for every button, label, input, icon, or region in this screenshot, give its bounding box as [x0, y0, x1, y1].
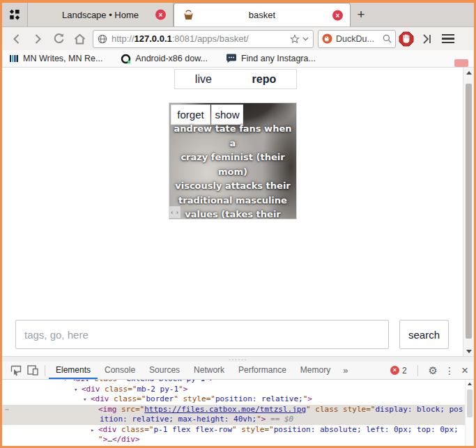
hamburger-icon [442, 34, 454, 44]
tags-search-input[interactable] [15, 320, 389, 349]
bookmark-star-icon[interactable] [290, 34, 300, 44]
inspect-element-button[interactable] [8, 362, 24, 379]
settings-gear-icon[interactable]: ⚙ [429, 364, 438, 377]
code-line[interactable]: ▾<div class="border" style="position: re… [2, 394, 465, 405]
partial-pink-badge [454, 59, 468, 67]
scroll-up-icon[interactable] [463, 68, 474, 77]
code-line[interactable]: ">…</div> [2, 435, 465, 445]
circle-favicon-icon [121, 54, 131, 64]
tab-bar: Landscape • Home × basket × + [2, 3, 474, 26]
elements-panel: ▾<div class="extend block py-1">▾<div cl… [2, 380, 474, 446]
devtools-toolbar: Elements Console Sources Network Perform… [2, 362, 474, 380]
forward-icon [31, 33, 44, 45]
devtools-tab-console[interactable]: Console [98, 362, 142, 379]
sidebar-toggle-button[interactable] [417, 30, 438, 48]
row-ellipsis-icon[interactable]: ⋯ [5, 405, 10, 415]
toolbar-divider [45, 365, 45, 376]
toolbar-divider [417, 365, 418, 376]
collapse-arrow-icon[interactable]: ▸ [91, 445, 98, 447]
device-toolbar-button[interactable] [24, 362, 41, 379]
expand-arrow-icon[interactable]: ▾ [74, 385, 82, 395]
basket-favicon-icon [183, 10, 194, 21]
devtools-close-icon[interactable]: × [461, 364, 468, 378]
bookmark-label: Android-x86 dow... [135, 54, 208, 63]
more-tabs-icon[interactable]: » [337, 365, 353, 376]
reload-icon [52, 32, 66, 45]
bookmark-mn-writes[interactable]: MN Writes, MN Re... [9, 54, 102, 63]
view-mode-tabs: live repo [174, 69, 297, 89]
adblock-button[interactable] [396, 30, 417, 48]
scrollbar-thumb[interactable] [467, 389, 473, 417]
back-icon [10, 33, 23, 45]
main-menu-button[interactable] [438, 30, 459, 48]
devtools-tab-performance[interactable]: Performance [231, 362, 293, 379]
image-card: forget show andrew tate fans when a craz… [169, 102, 297, 219]
scroll-down-icon[interactable] [463, 347, 474, 355]
search-engine-label: DuckDu... [336, 34, 383, 44]
bookmarks-bar: MN Writes, MN Re... Android-x86 dow... F… [2, 50, 474, 68]
error-counter[interactable]: × 2 [390, 366, 407, 376]
site-globe-icon [98, 34, 107, 44]
repo-link[interactable]: repo [252, 73, 277, 86]
navigation-toolbar: http://127.0.0.1:8081/apps/basket/ [2, 26, 474, 50]
devtools-tab-elements[interactable]: Elements [49, 362, 98, 379]
reload-button[interactable] [48, 30, 69, 48]
bookmark-label: MN Writes, MN Re... [23, 54, 102, 63]
code-line[interactable]: ▾<div class="mb-2 py-1"> [2, 385, 465, 395]
tab-title: basket [249, 10, 275, 20]
live-link[interactable]: live [195, 73, 212, 86]
bookmark-find-instagram[interactable]: Find any Instagra... [226, 54, 316, 63]
browser-window: Landscape • Home × basket × + [0, 0, 476, 448]
devtools-tab-memory[interactable]: Memory [293, 362, 337, 379]
devtools-scrollbar[interactable] [465, 380, 474, 446]
code-line[interactable]: ⋯<img src="https://files.catbox.moe/tmtz… [2, 405, 465, 415]
search-engine-bar[interactable]: DuckDu... [318, 30, 396, 48]
duckduckgo-icon [322, 33, 332, 44]
app-grid-icon [9, 9, 20, 20]
devtools-tab-sources[interactable]: Sources [142, 362, 187, 379]
code-line[interactable]: ▸<div class="p-1 flex flex-col" style="p… [2, 445, 465, 447]
tab-landscape-home[interactable]: Landscape • Home × [28, 3, 174, 26]
bookmark-android-x86[interactable]: Android-x86 dow... [121, 54, 208, 64]
kebab-menu-icon[interactable]: ⋮ [445, 365, 454, 376]
expand-sidebar-icon [421, 33, 433, 45]
scrollbar-thumb[interactable] [466, 84, 472, 339]
url-bar[interactable]: http://127.0.0.1:8081/apps/basket/ [93, 30, 314, 48]
code-line[interactable]: ition: relative; max-height: 40vh;"> == … [2, 415, 465, 425]
collapse-arrow-icon[interactable]: ▸ [91, 425, 98, 435]
tab-basket[interactable]: basket × [174, 3, 351, 26]
devtools-tab-network[interactable]: Network [187, 362, 231, 379]
devtools-splitter[interactable]: ······ [2, 356, 474, 362]
url-domain: 127.0.0.1 [135, 33, 172, 44]
tab-close-icon[interactable]: × [332, 10, 343, 20]
stop-hand-icon [399, 31, 414, 47]
error-icon: × [390, 366, 399, 375]
expand-arrow-icon[interactable]: ▾ [83, 394, 91, 405]
scroll-up-icon[interactable] [466, 380, 474, 387]
new-tab-button[interactable]: + [351, 3, 371, 26]
bookmark-label: Find any Instagra... [241, 54, 316, 63]
device-toolbar-icon [27, 365, 38, 376]
home-button[interactable] [69, 30, 90, 48]
tab-title: Landscape • Home [62, 10, 139, 20]
bars-favicon-icon [9, 54, 19, 63]
elements-tree: ▾<div class="extend block py-1">▾<div cl… [2, 380, 465, 446]
tab-close-icon[interactable]: × [155, 10, 166, 20]
search-button[interactable]: search [399, 320, 449, 349]
page-scrollbar[interactable] [463, 68, 474, 356]
app-menu-button[interactable] [2, 3, 28, 26]
image-nav-arrows[interactable]: ‹ › [169, 206, 181, 218]
meme-image: forget show andrew tate fans when a craz… [169, 103, 296, 219]
error-count: 2 [402, 366, 407, 376]
home-icon [73, 33, 86, 45]
inspect-cursor-icon [10, 365, 22, 376]
meme-caption: andrew tate fans when a crazy feminist (… [171, 122, 295, 219]
code-line[interactable]: ▸<div class="p-1 flex flex-row" style="p… [2, 425, 465, 435]
back-button[interactable] [6, 30, 27, 48]
speech-bubble-icon [226, 54, 237, 63]
forward-button[interactable] [27, 30, 48, 48]
magnifier-icon[interactable] [383, 34, 392, 43]
url-dropdown-icon[interactable] [302, 37, 309, 41]
page-content: live repo forget show andrew tate fans w… [2, 68, 474, 356]
url-text: http://127.0.0.1:8081/apps/basket/ [112, 33, 290, 44]
